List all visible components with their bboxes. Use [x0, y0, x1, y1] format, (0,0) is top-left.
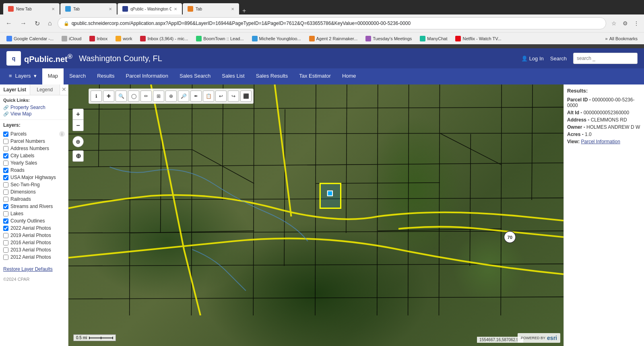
nav-item-home[interactable]: Home: [336, 68, 362, 84]
map-circle-select-button[interactable]: ◯: [128, 91, 139, 102]
layer-2013-aerial: 2013 Aerial Photos: [3, 246, 65, 253]
search-input[interactable]: [573, 53, 638, 64]
home-button[interactable]: ⌂: [45, 18, 54, 29]
layer-address-numbers-checkbox[interactable]: [3, 146, 8, 151]
bookmark-star-icon[interactable]: ☆: [609, 19, 618, 28]
bookmark-inbox[interactable]: Inbox: [88, 35, 109, 42]
map-forward-button[interactable]: ↪: [228, 91, 239, 102]
layer-2012-aerial-checkbox[interactable]: [3, 255, 8, 260]
layer-yearly-sales-checkbox[interactable]: [3, 161, 8, 166]
map-select-button[interactable]: ✚: [103, 91, 114, 102]
forward-button[interactable]: →: [18, 18, 29, 29]
bookmark-inbox2[interactable]: Inbox (3,964) - mic...: [138, 35, 190, 42]
more-icon[interactable]: ⋮: [632, 19, 641, 28]
map-blackout-button[interactable]: ⬛: [240, 91, 252, 102]
extensions-icon[interactable]: ⚙: [621, 19, 630, 28]
bookmark-michelle[interactable]: Michelle Youngbloo...: [250, 35, 303, 42]
layer-lakes: Lakes: [3, 210, 65, 217]
back-button[interactable]: ←: [3, 18, 14, 29]
result-view-link: View: Parcel Information: [567, 139, 641, 144]
map-info-button[interactable]: ℹ: [91, 91, 102, 102]
layer-parcel-numbers-checkbox[interactable]: [3, 139, 8, 144]
map-zoom-out-button[interactable]: −: [72, 120, 84, 131]
map-edit-button[interactable]: ✒: [190, 91, 202, 102]
bookmark-icloud[interactable]: iCloud: [60, 35, 83, 42]
layers-icon: ≡: [9, 73, 12, 79]
map-zoom-select-button[interactable]: 🔍: [116, 91, 127, 102]
bookmark-netflix[interactable]: Netflix - Watch TV...: [454, 35, 503, 42]
nav-bar: ≡ Layers ▾ Map Search Results Parcel Inf…: [0, 68, 644, 84]
all-bookmarks[interactable]: » All Bookmarks: [604, 35, 639, 42]
layer-roads-label: Roads: [10, 167, 25, 173]
bookmark-manychat[interactable]: ManyChat: [418, 35, 449, 42]
map-compass-button[interactable]: ⊕: [72, 136, 84, 147]
quick-link-view-map[interactable]: 🔗 View Map: [3, 111, 65, 117]
sidebar-close-button[interactable]: ✕: [60, 84, 68, 95]
browser-tab-4[interactable]: Tab ✕: [183, 3, 239, 14]
restore-layer-defaults-link[interactable]: Restore Layer Defaults: [0, 263, 68, 275]
layer-parcels: Parcels i: [3, 130, 65, 138]
map-grid-button[interactable]: ⊞: [153, 91, 164, 102]
nav-item-results[interactable]: Results: [91, 68, 120, 84]
layer-streams-checkbox[interactable]: [3, 204, 8, 209]
layer-usa-highways-checkbox[interactable]: [3, 175, 8, 180]
reload-button[interactable]: ↻: [32, 18, 42, 29]
tab-close[interactable]: ✕: [52, 7, 55, 11]
result-address: Address - CLEMMONS RD: [567, 117, 641, 123]
layer-parcels-label: Parcels: [10, 131, 27, 137]
login-link[interactable]: 👤 Log In: [521, 56, 544, 62]
bookmark-gcal[interactable]: Google Calendar -...: [5, 35, 55, 42]
layer-dimensions-checkbox[interactable]: [3, 189, 8, 195]
layer-county-outlines-checkbox[interactable]: [3, 218, 8, 224]
layer-county-outlines-label: County Outlines: [10, 218, 45, 224]
bookmark-work[interactable]: work: [114, 35, 134, 42]
map-locate-button[interactable]: ⊕: [72, 150, 84, 162]
tab-bar: New Tab ✕ Tab ✕ qPublic - Washington Cou…: [0, 0, 644, 14]
browser-tab-active[interactable]: qPublic - Washington County FL ✕: [118, 3, 182, 14]
tab-close[interactable]: ✕: [231, 7, 234, 11]
map-find-button[interactable]: 🔎: [178, 91, 189, 102]
nav-item-map[interactable]: Map: [42, 68, 64, 84]
layer-2016-aerial-checkbox[interactable]: [3, 240, 8, 245]
layer-roads-checkbox[interactable]: [3, 168, 8, 173]
layer-2022-aerial-checkbox[interactable]: [3, 226, 8, 231]
link-icon: 🔗: [3, 111, 9, 117]
map-zoom-in-button[interactable]: +: [72, 109, 84, 120]
tab-legend[interactable]: Legend: [30, 84, 60, 95]
map-back-button[interactable]: ↩: [215, 91, 227, 102]
map-container[interactable]: 70 ℹ ✚ 🔍 ◯ ✏ ⊞ ⊕ 🔎 ✒ 📋 ↩ ↪ ⬛ +: [68, 84, 564, 346]
layer-2019-aerial-checkbox[interactable]: [3, 233, 8, 238]
nav-item-parcel-info[interactable]: Parcel Information: [120, 68, 174, 84]
tab-layer-list[interactable]: Layer List: [0, 84, 30, 95]
nav-item-layers[interactable]: ≡ Layers ▾: [3, 68, 42, 84]
tab-close[interactable]: ✕: [174, 7, 177, 11]
layer-lakes-checkbox[interactable]: [3, 211, 8, 216]
layer-parcels-checkbox[interactable]: [3, 132, 8, 137]
new-tab-button[interactable]: +: [240, 7, 248, 14]
map-draw-button[interactable]: ✏: [140, 91, 152, 102]
quick-link-property-search[interactable]: 🔗 Property Search: [3, 104, 65, 111]
layer-sec-twn-rng-checkbox[interactable]: [3, 182, 8, 187]
nav-item-sales-list[interactable]: Sales List: [216, 68, 250, 84]
browser-tab-2[interactable]: Tab ✕: [60, 3, 117, 14]
nav-item-sales-results[interactable]: Sales Results: [250, 68, 293, 84]
layer-city-labels-checkbox[interactable]: [3, 153, 8, 159]
browser-tab-1[interactable]: New Tab ✕: [3, 3, 60, 14]
nav-item-search[interactable]: Search: [64, 68, 91, 84]
app-header: q qPublic.net® Washington County, FL 👤 L…: [0, 48, 644, 68]
nav-item-tax-estimator[interactable]: Tax Estimator: [293, 68, 336, 84]
layers-title: Layers:: [3, 122, 65, 128]
bookmark-boomtown[interactable]: BoomTown :: Lead...: [194, 35, 245, 42]
address-bar[interactable]: 🔒 qpublic.schneidercorp.com/Application.…: [58, 17, 606, 29]
layer-info-button[interactable]: i: [59, 131, 65, 137]
tab-close[interactable]: ✕: [109, 7, 112, 11]
parcel-information-link[interactable]: Parcel Information: [581, 139, 620, 144]
layer-2013-aerial-checkbox[interactable]: [3, 247, 8, 253]
layer-railroads-checkbox[interactable]: [3, 197, 8, 202]
bookmark-tuesday[interactable]: Tuesday's Meetings: [364, 35, 413, 42]
nav-item-sales-search[interactable]: Sales Search: [174, 68, 216, 84]
map-background: 70 ℹ ✚ 🔍 ◯ ✏ ⊞ ⊕ 🔎 ✒ 📋 ↩ ↪ ⬛ +: [68, 84, 564, 346]
map-clipboard-button[interactable]: 📋: [203, 91, 214, 102]
map-add-button[interactable]: ⊕: [165, 91, 177, 102]
bookmark-agent2[interactable]: Agent 2 Rainmaker...: [308, 35, 359, 42]
